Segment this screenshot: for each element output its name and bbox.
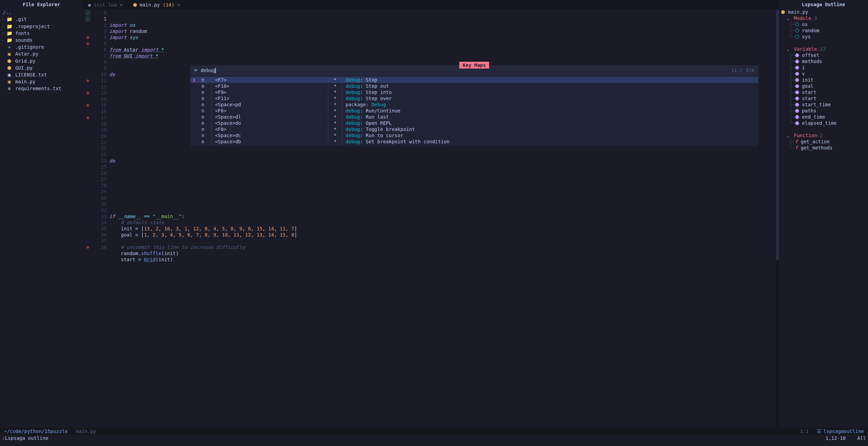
outline-item[interactable]: ├─⬣ end_time xyxy=(781,114,866,120)
file-icon: ⬢ xyxy=(6,65,12,71)
file-icon: 📁 xyxy=(6,16,12,22)
outline-item[interactable]: ├─⬣ start xyxy=(781,89,866,95)
file-explorer-title: File Explorer xyxy=(0,0,83,9)
tree-item-requirements-txt[interactable]: ≡ requirements.txt xyxy=(1,85,82,92)
file-icon: 📁 xyxy=(6,37,12,43)
outline-section-variable[interactable]: ⌄ Variable:12 xyxy=(781,46,866,52)
tree-item--git[interactable]: ›📁 .git xyxy=(1,16,82,23)
keymap-result[interactable]: n│<Space>dc│*│debug: Run to cursor xyxy=(190,132,758,138)
outline-item[interactable]: └─⬣ elapsed_time xyxy=(781,120,866,126)
file-icon: ⬢ xyxy=(6,58,12,64)
variable-icon: ⬣ xyxy=(795,59,799,64)
outline-section-module[interactable]: ⌄ Module:3 xyxy=(781,15,866,21)
outline-item[interactable]: ├─⬣ start_time xyxy=(781,101,866,108)
cmdline-text: :Lspsaga outline xyxy=(2,435,48,441)
tree-item-Grid-py[interactable]: ⬢ Grid.py xyxy=(1,58,82,64)
lua-icon: ◉ xyxy=(88,2,91,8)
tab-main-py[interactable]: ⬢ main.py (14) × xyxy=(128,0,186,10)
tree-item--ropeproject[interactable]: ›📁 .ropeproject xyxy=(1,23,82,30)
keymap-result[interactable]: n│<Space>pd│*│package: Debug xyxy=(190,101,758,108)
tree-item-Astar-py[interactable]: ▣ Astar.py xyxy=(1,50,82,57)
variable-icon: ⬣ xyxy=(795,71,799,76)
status-cwd: ~/code/python/15puzzle xyxy=(0,427,72,435)
telescope-results[interactable]: ❯n│<F7>│*│debug: Stop n│<F10>│*│debug: S… xyxy=(190,75,758,146)
close-icon[interactable]: × xyxy=(120,1,123,9)
file-icon: ▣ xyxy=(6,51,12,57)
python-icon: ⬢ xyxy=(133,2,137,8)
list-icon: ☰ xyxy=(817,429,821,434)
keymap-result[interactable]: n│<Space>db│*│debug: Set breakpoint with… xyxy=(190,138,758,145)
telescope-title: Key Maps xyxy=(459,62,489,69)
tab-init-lua[interactable]: ◉ init.lua × xyxy=(83,0,128,10)
tree-item-main-py[interactable]: ▣ main.py xyxy=(1,78,82,85)
outline-item[interactable]: ├─⬣ i xyxy=(781,64,866,71)
status-outline: ☰lspsagaoutline xyxy=(813,427,868,435)
variable-icon: ⬣ xyxy=(795,65,799,70)
close-icon[interactable]: × xyxy=(177,1,181,9)
keymap-result[interactable]: n│<F10>│*│debug: Step out xyxy=(190,83,758,89)
outline-item[interactable]: ├─⬣ methods xyxy=(781,58,866,64)
code-buffer[interactable]: ⓘⓘ ⊗⊗ ⊗ ⊗ ⊗ ⊗ ⊗ 012345678910111213141516… xyxy=(83,10,779,427)
outline-item[interactable]: ├─f get_action xyxy=(781,138,866,145)
file-icon: 📁 xyxy=(6,23,12,29)
outline-item[interactable]: ├─⬣ goal xyxy=(781,83,866,89)
outline-item[interactable]: ├─⬣ paths xyxy=(781,108,866,114)
file-icon: ≡ xyxy=(6,85,12,92)
file-icon: ◆ xyxy=(6,44,12,50)
tree-item-fonts[interactable]: ›📁 fonts xyxy=(1,30,82,37)
status-position: 1:1 xyxy=(796,427,813,435)
editor-area: ◉ init.lua × ⬢ main.py (14) × ⓘⓘ ⊗⊗ ⊗ ⊗ … xyxy=(83,0,779,427)
tab-label: main.py (14) xyxy=(140,2,174,8)
python-icon: ⬢ xyxy=(781,9,785,15)
keymap-result[interactable]: n│<F6>│*│debug: Run/Continue xyxy=(190,108,758,114)
function-icon: f xyxy=(795,139,798,144)
line-number-gutter: 0123456789101112131415161718192021222324… xyxy=(92,10,109,427)
variable-icon: ⬣ xyxy=(795,89,799,95)
function-icon: f xyxy=(795,145,798,150)
scrollbar-thumb[interactable] xyxy=(776,10,779,260)
keymap-result[interactable]: n│<F9>│*│debug: Step into xyxy=(190,89,758,95)
module-icon: ⬡ xyxy=(795,22,799,27)
outline-file[interactable]: ⬢ main.py xyxy=(781,9,866,15)
variable-icon: ⬣ xyxy=(795,77,799,83)
outline-title: Lspsaga Outline xyxy=(781,0,866,9)
module-icon: ⬡ xyxy=(795,34,799,39)
module-icon: ⬡ xyxy=(795,28,799,33)
scrollbar[interactable] xyxy=(776,10,779,427)
tab-label: init.lua xyxy=(94,2,117,8)
outline-item[interactable]: ├─⬣ v xyxy=(781,71,866,77)
outline-item[interactable]: └─⬡ sys xyxy=(781,34,866,40)
outline-item[interactable]: ├─⬡ os xyxy=(781,21,866,27)
file-icon: ▣ xyxy=(6,79,12,85)
status-filename: main.py xyxy=(72,427,100,435)
tree-item-sounds[interactable]: ›📁 sounds xyxy=(1,37,82,44)
file-icon: 📁 xyxy=(6,30,12,36)
variable-icon: ⬣ xyxy=(795,83,799,89)
keymap-result[interactable]: n│<Space>do│*│debug: Open REPL xyxy=(190,120,758,126)
keymap-result[interactable]: n│<F8>│*│debug: Toggle breakpoint xyxy=(190,126,758,132)
statusline: ~/code/python/15puzzle main.py 1:1 ☰lsps… xyxy=(0,427,868,435)
keymap-result[interactable]: n│<Space>dl│*│debug: Run last xyxy=(190,114,758,120)
outline-item[interactable]: ├─⬣ init xyxy=(781,77,866,83)
cmdline-ruler: 1,12-10 All xyxy=(826,435,866,441)
variable-icon: ⬣ xyxy=(795,108,799,113)
tree-item--gitignore[interactable]: ◆ .gitignore xyxy=(1,44,82,50)
search-input[interactable]: debug xyxy=(200,67,216,73)
keymap-result[interactable]: n│<F11>│*│debug: Step over xyxy=(190,95,758,101)
outline-item[interactable]: ├─⬣ start xyxy=(781,95,866,101)
outline-item[interactable]: └─f get_methods xyxy=(781,145,866,151)
outline-panel: Lspsaga Outline ⬢ main.py ⌄ Module:3├─⬡ … xyxy=(779,0,868,427)
command-line[interactable]: :Lspsaga outline 1,12-10 All xyxy=(0,435,868,441)
tree-item-LICENSE-txt[interactable]: ▣ LICENSE.txt xyxy=(1,71,82,78)
variable-icon: ⬣ xyxy=(795,96,799,101)
variable-icon: ⬣ xyxy=(795,120,799,126)
outline-section-function[interactable]: ⌄ Function:2 xyxy=(781,132,866,138)
keymap-result[interactable]: ❯n│<F7>│*│debug: Stop xyxy=(190,77,758,83)
result-count: 11 / 424 xyxy=(731,67,754,73)
telescope-keymaps[interactable]: Key Maps ⌨ debug 11 / 424 ❯n│<F7>│*│debu… xyxy=(190,65,758,146)
tree-item-GUI-py[interactable]: ⬢ GUI.py xyxy=(1,64,82,71)
tree-root[interactable]: /.. xyxy=(0,9,83,16)
outline-item[interactable]: ├─⬡ random xyxy=(781,27,866,34)
outline-item[interactable]: ├─⬣ offset xyxy=(781,52,866,58)
variable-icon: ⬣ xyxy=(795,102,799,107)
